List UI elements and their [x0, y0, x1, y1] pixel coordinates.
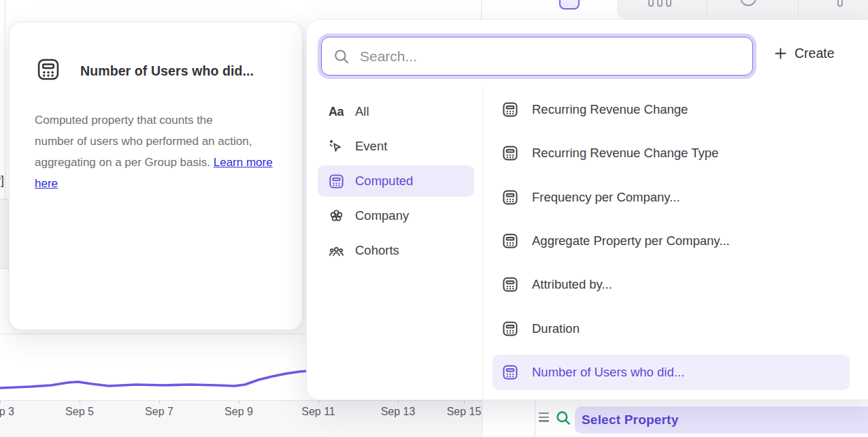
- tab-bar-divider: [798, 0, 799, 19]
- category-all[interactable]: Aa All: [318, 96, 474, 127]
- calculator-icon: [35, 56, 61, 85]
- axis-tick: [398, 400, 399, 404]
- tab-metrics[interactable]: [559, 0, 582, 19]
- axis-tick: [159, 400, 160, 404]
- axis-tick: [318, 400, 319, 404]
- property-tooltip-card: Number of Users who did... Computed prop…: [9, 22, 303, 330]
- list-item[interactable]: Frequency per Company...: [493, 176, 850, 219]
- tooltip-title: Number of Users who did...: [80, 63, 254, 79]
- create-button-label: Create: [795, 46, 835, 61]
- axis-tick: [80, 400, 80, 404]
- calculator-icon: [327, 173, 345, 190]
- category-event[interactable]: Event: [318, 131, 474, 162]
- select-property-field[interactable]: Select Property: [575, 406, 868, 434]
- retention-tab-icon: [740, 0, 756, 6]
- axis-tick-label: Sep 3: [0, 406, 14, 418]
- drag-handle-icon[interactable]: [539, 412, 549, 422]
- background-partial-text: y]: [0, 174, 4, 188]
- axis-tick-label: Sep 11: [301, 406, 335, 418]
- category-computed[interactable]: Computed: [318, 165, 474, 197]
- category-list: Aa All Event: [318, 96, 474, 266]
- list-item[interactable]: Recurring Revenue Change: [493, 88, 850, 131]
- funnel-tab-icon: [837, 0, 843, 7]
- search-icon: [333, 48, 350, 65]
- bar-chart-tab-icon: [657, 0, 663, 7]
- axis-tick: [0, 400, 1, 404]
- axis-tick-label: Sep 7: [145, 406, 173, 418]
- calculator-icon: [501, 363, 520, 381]
- text-aa-icon: Aa: [327, 105, 345, 119]
- tab-retention[interactable]: [740, 0, 761, 19]
- tooltip-header: Number of Users who did...: [35, 56, 254, 85]
- axis-tick: [464, 400, 465, 404]
- category-company[interactable]: Company: [318, 200, 474, 231]
- search-icon-green: [554, 409, 572, 427]
- select-property-label: Select Property: [582, 412, 678, 427]
- category-cohorts[interactable]: Cohorts: [318, 235, 474, 266]
- background-panel-border: [5, 0, 5, 199]
- calculator-icon: [501, 189, 520, 206]
- search-input[interactable]: [360, 48, 741, 65]
- bar-chart-tab-icon: [648, 0, 654, 7]
- list-item-selected[interactable]: Number of Users who did...: [493, 355, 850, 390]
- list-item[interactable]: Aggregate Property per Company...: [493, 219, 850, 263]
- background-panel-fragment: [0, 199, 9, 269]
- property-picker-panel: Create Aa All Event: [306, 19, 868, 400]
- list-item[interactable]: Duration: [493, 306, 850, 350]
- bar-chart-tab-icon: [666, 0, 671, 7]
- calculator-icon: [501, 144, 520, 162]
- calculator-icon: [501, 101, 520, 118]
- tab-bar-divider: [706, 0, 707, 19]
- axis-tick-label: Sep 9: [224, 406, 253, 418]
- company-cluster-icon: [327, 208, 345, 225]
- cursor-spark-icon: [327, 138, 345, 155]
- axis-tick: [239, 400, 239, 404]
- axis-tick-label: Sep 15: [447, 406, 482, 418]
- plus-icon: [774, 47, 787, 60]
- bottom-divider: [482, 400, 482, 437]
- calculator-tab-icon: [559, 0, 580, 10]
- calculator-icon: [501, 320, 520, 338]
- cohorts-people-icon: [327, 242, 345, 259]
- axis-tick-label: Sep 5: [65, 406, 94, 418]
- panel-divider: [482, 88, 483, 399]
- tab-bar-divider: [481, 0, 482, 19]
- tab-insights[interactable]: [648, 0, 675, 19]
- create-button[interactable]: Create: [774, 46, 835, 61]
- tooltip-description: Computed property that counts thenumber …: [35, 110, 281, 194]
- background-divider: [0, 334, 306, 334]
- calculator-icon: [501, 276, 520, 293]
- calculator-icon: [501, 232, 520, 250]
- list-item[interactable]: Recurring Revenue Change Type: [493, 131, 850, 175]
- search-box[interactable]: [321, 37, 753, 76]
- property-list: Recurring Revenue Change Recurring Reven…: [493, 88, 850, 390]
- axis-tick-label: Sep 13: [381, 406, 416, 418]
- tab-funnels[interactable]: [837, 0, 846, 19]
- list-item[interactable]: Attributed by...: [493, 263, 850, 306]
- line-chart-series: [0, 353, 310, 400]
- bottom-divider: [535, 400, 535, 437]
